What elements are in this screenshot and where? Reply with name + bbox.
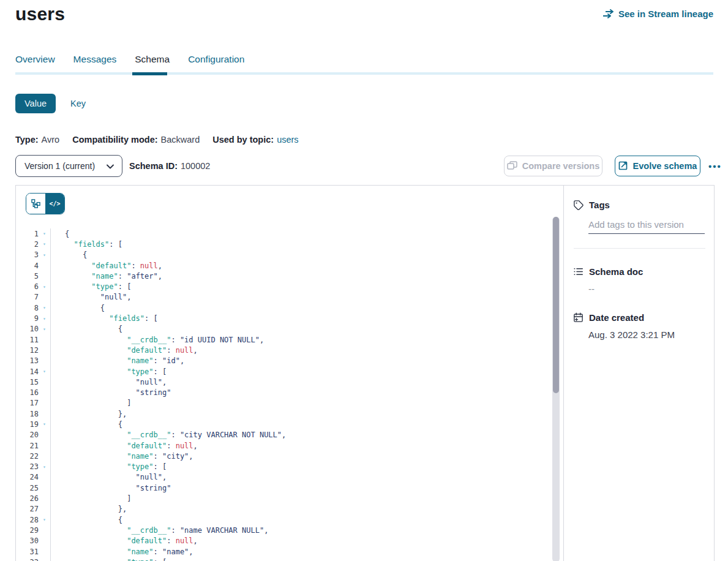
- code-text[interactable]: {: [51, 325, 122, 333]
- line-number: 2: [16, 240, 39, 249]
- schema-doc-heading: Schema doc: [573, 266, 705, 277]
- code-text[interactable]: "__crdb__": "name VARCHAR NULL",: [51, 526, 268, 535]
- schema-meta-row: Type: Avro Compatibility mode: Backward …: [15, 135, 299, 145]
- more-actions-button[interactable]: •••: [705, 157, 725, 175]
- code-text[interactable]: {: [51, 304, 105, 312]
- fold-gutter: [39, 271, 51, 281]
- key-tab-button[interactable]: Key: [70, 99, 86, 108]
- code-line-11: 11 "__crdb__": "id UUID NOT NULL",: [16, 334, 551, 345]
- code-line-26: 26 ]: [16, 493, 551, 503]
- edit-icon: [618, 160, 628, 172]
- code-text[interactable]: ]: [51, 494, 131, 503]
- tab-messages[interactable]: Messages: [73, 54, 117, 72]
- compare-versions-button[interactable]: Compare versions: [504, 156, 602, 176]
- fold-toggle-icon[interactable]: ▾: [39, 324, 51, 334]
- value-tab-button[interactable]: Value: [15, 94, 56, 113]
- fold-gutter: [39, 345, 51, 355]
- line-number: 29: [16, 526, 39, 535]
- schema-sidebar: Tags Schema doc --: [564, 186, 715, 561]
- fold-toggle-icon[interactable]: ▾: [39, 557, 51, 561]
- code-text[interactable]: "default": null,: [51, 537, 198, 545]
- fold-gutter: [39, 504, 51, 514]
- code-text[interactable]: "fields": [: [51, 240, 122, 249]
- line-number: 25: [16, 484, 39, 492]
- code-text[interactable]: "type": [: [51, 558, 167, 561]
- code-text[interactable]: "__crdb__": "id UUID NOT NULL",: [51, 336, 264, 344]
- code-text[interactable]: "null",: [51, 473, 167, 481]
- code-line-5: 5 "name": "after",: [16, 271, 551, 281]
- evolve-schema-button[interactable]: Evolve schema: [615, 156, 700, 176]
- code-text[interactable]: "default": null,: [51, 262, 162, 270]
- code-text[interactable]: "null",: [51, 378, 167, 386]
- fold-toggle-icon[interactable]: ▾: [39, 366, 51, 377]
- schema-doc-value: --: [588, 284, 705, 294]
- add-tags-input[interactable]: [588, 218, 705, 234]
- code-text[interactable]: ]: [51, 399, 131, 407]
- fold-toggle-icon[interactable]: ▾: [39, 419, 51, 429]
- fold-gutter: [39, 472, 51, 483]
- code-text[interactable]: "default": null,: [51, 442, 198, 450]
- code-line-16: 16 "string": [16, 387, 551, 397]
- tree-view-button[interactable]: [26, 194, 45, 214]
- code-text[interactable]: {: [51, 250, 87, 259]
- code-line-8: 8▾ {: [16, 303, 551, 313]
- code-line-9: 9▾ "fields": [: [16, 313, 551, 323]
- code-view-button[interactable]: </>: [45, 194, 64, 214]
- fold-toggle-icon[interactable]: ▾: [39, 462, 51, 472]
- code-text[interactable]: "name": "city",: [51, 452, 193, 461]
- fold-toggle-icon[interactable]: ▾: [39, 228, 51, 239]
- fold-toggle-icon[interactable]: ▾: [39, 303, 51, 313]
- code-text[interactable]: "__crdb__": "city VARCHAR NOT NULL",: [51, 431, 286, 439]
- tag-icon: [573, 200, 584, 210]
- code-line-17: 17 ]: [16, 398, 551, 409]
- used-by-topic-label: Used by topic:: [212, 135, 274, 145]
- fold-toggle-icon[interactable]: ▾: [39, 281, 51, 292]
- tab-configuration[interactable]: Configuration: [188, 54, 244, 72]
- code-text[interactable]: "string": [51, 484, 171, 492]
- used-by-topic-link[interactable]: users: [277, 135, 298, 145]
- line-number: 31: [16, 548, 39, 556]
- fold-toggle-icon[interactable]: ▾: [39, 239, 51, 249]
- code-line-22: 22 "name": "city",: [16, 451, 551, 461]
- code-text[interactable]: {: [51, 516, 122, 524]
- list-icon: [573, 266, 584, 277]
- code-line-12: 12 "default": null,: [16, 345, 551, 355]
- code-text[interactable]: "type": [: [51, 462, 167, 471]
- code-text[interactable]: {: [51, 420, 122, 429]
- code-line-19: 19▾ {: [16, 419, 551, 429]
- code-text[interactable]: "type": [: [51, 367, 167, 376]
- line-number: 28: [16, 516, 39, 524]
- compare-versions-icon: [507, 161, 517, 171]
- type-label: Type:: [15, 135, 39, 145]
- code-text[interactable]: "name": "name",: [51, 548, 193, 556]
- code-line-13: 13 "name": "id",: [16, 356, 551, 366]
- tags-section-heading: Tags: [573, 200, 705, 210]
- code-text[interactable]: "string": [51, 388, 171, 397]
- tab-overview[interactable]: Overview: [15, 54, 55, 72]
- code-text[interactable]: "null",: [51, 293, 131, 301]
- line-number: 18: [16, 410, 39, 418]
- line-number: 13: [16, 356, 39, 365]
- fold-toggle-icon[interactable]: ▾: [39, 250, 51, 260]
- calendar-plus-icon: [573, 312, 584, 323]
- editor-scrollbar-thumb[interactable]: [553, 217, 559, 393]
- tab-schema[interactable]: Schema: [135, 54, 170, 72]
- line-number: 14: [16, 367, 39, 376]
- fold-toggle-icon[interactable]: ▾: [39, 514, 51, 525]
- code-text[interactable]: {: [51, 230, 69, 238]
- version-select[interactable]: Version 1 (current): [15, 155, 122, 177]
- line-number: 1: [16, 230, 39, 238]
- fold-gutter: [39, 451, 51, 461]
- code-text[interactable]: "type": [: [51, 282, 131, 291]
- see-in-stream-lineage-link[interactable]: See in Stream lineage: [602, 9, 713, 19]
- code-line-23: 23▾ "type": [: [16, 462, 551, 472]
- fold-gutter: [39, 387, 51, 397]
- code-text[interactable]: },: [51, 505, 127, 513]
- code-text[interactable]: "default": null,: [51, 346, 198, 355]
- code-text[interactable]: "name": "id",: [51, 356, 184, 365]
- fold-toggle-icon[interactable]: ▾: [39, 313, 51, 323]
- code-text[interactable]: "fields": [: [51, 314, 158, 323]
- schema-id-value: 100002: [181, 161, 210, 171]
- code-text[interactable]: "name": "after",: [51, 272, 162, 280]
- code-text[interactable]: },: [51, 410, 127, 418]
